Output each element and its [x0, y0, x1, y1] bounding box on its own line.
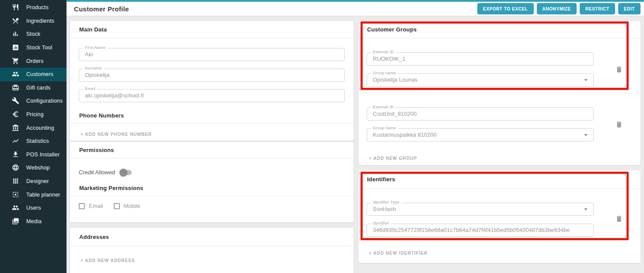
sidebar-item-pricing[interactable]: Pricing: [0, 108, 66, 121]
table-planner-icon: [12, 191, 20, 199]
add-address-button[interactable]: + ADD NEW ADDRESS: [70, 246, 354, 263]
sidebar-item-label: Customers: [26, 71, 53, 77]
bank-icon: [12, 124, 20, 132]
sidebar-item-label: Orders: [26, 58, 43, 64]
external-id-field[interactable]: External ID RUOKOIK_1: [367, 52, 594, 66]
sidebar-item-webshop[interactable]: Webshop: [0, 161, 66, 175]
customer-group-row: External ID CostUnit_810200 Group name K…: [359, 93, 640, 148]
shopping-cart-icon: [12, 57, 20, 65]
people-icon: [12, 204, 20, 212]
sidebar-item-gift-cards[interactable]: Gift cards: [0, 81, 66, 95]
page-title: Customer Profile: [74, 5, 129, 13]
sidebar-item-label: Pricing: [26, 111, 44, 117]
sidebar-item-pos-installer[interactable]: POS Installer: [0, 148, 66, 162]
grid-icon: [12, 177, 20, 185]
email-label: Email: [83, 86, 97, 91]
email-checkbox-label: Email: [89, 203, 103, 209]
delete-group-icon[interactable]: [615, 66, 623, 73]
identifier-type-select[interactable]: Identifier Type SsnHash: [367, 203, 594, 216]
add-identifier-button[interactable]: + ADD NEW IDENTIFIER: [359, 243, 640, 256]
sidebar-item-label: Accounting: [26, 125, 54, 131]
download-icon: [12, 151, 20, 159]
email-field[interactable]: Email aki.opiskelija@school.fi: [79, 89, 345, 102]
identifier-type-value: SsnHash: [367, 203, 593, 215]
sidebar-item-label: Users: [26, 205, 41, 211]
people-icon: [12, 70, 20, 78]
credit-allowed-row: Credit Allowed: [79, 169, 345, 176]
external-id-label: External ID: [371, 105, 396, 109]
customer-groups-card: Customer Groups External ID RUOKOIK_1 Gr…: [359, 21, 640, 165]
external-id-value: CostUnit_810200: [367, 108, 593, 120]
sidebar-item-label: Stock: [26, 31, 40, 37]
group-name-value: Opiskelija Lounas: [367, 74, 593, 86]
export-to-excel-button[interactable]: EXPORT TO EXCEL: [477, 3, 534, 14]
media-icon: [12, 218, 20, 225]
sidebar-item-statistics[interactable]: Statistics: [0, 135, 66, 148]
external-id-field[interactable]: External ID CostUnit_810200: [367, 107, 594, 121]
customer-profile-screen: ProductsIngredientsStockStock ToolOrders…: [0, 0, 644, 273]
mobile-checkbox[interactable]: [114, 203, 120, 209]
stock-tool-icon: [12, 44, 20, 52]
identifier-value: 346d930c2547729f158e66a01c7b64a74d7f4f41…: [367, 224, 593, 236]
first-name-field[interactable]: First Name Aki: [79, 48, 345, 61]
sidebar-item-label: Configurations: [26, 98, 63, 104]
sidebar-item-label: Designer: [26, 178, 49, 184]
first-name-label: First Name: [83, 45, 107, 50]
sidebar-item-stock[interactable]: Stock: [0, 28, 66, 41]
wrench-icon: [12, 97, 20, 105]
add-group-button[interactable]: + ADD NEW GROUP: [359, 148, 640, 161]
anonymize-button[interactable]: ANONYMIZE: [537, 3, 577, 14]
sidebar-item-media[interactable]: Media: [0, 215, 66, 228]
marketing-options-row: Email Mobile: [79, 203, 345, 209]
add-phone-number-button[interactable]: + ADD NEW PHONE NUMBER: [70, 123, 354, 137]
permissions-title: Permissions: [70, 142, 354, 159]
sidebar-item-orders[interactable]: Orders: [0, 54, 66, 68]
toggle-knob: [119, 169, 127, 176]
surname-label: Surname: [83, 66, 104, 70]
identifier-type-label: Identifier Type: [371, 200, 401, 204]
customer-group-row: External ID RUOKOIK_1 Group name Opiskel…: [359, 38, 640, 93]
sidebar-item-designer[interactable]: Designer: [0, 175, 66, 188]
dropdown-arrow-icon: [584, 208, 588, 211]
sidebar-item-label: Webshop: [26, 165, 50, 171]
dropdown-arrow-icon: [584, 79, 588, 81]
email-value: aki.opiskelija@school.fi: [79, 90, 344, 102]
sidebar-item-table-planner[interactable]: Table planner: [0, 188, 66, 201]
email-checkbox[interactable]: [79, 203, 85, 209]
identifier-field[interactable]: Identifier 346d930c2547729f158e66a01c7b6…: [367, 224, 594, 237]
edit-button[interactable]: EDIT: [618, 3, 640, 14]
gift-card-icon: [12, 84, 20, 92]
delete-group-icon[interactable]: [615, 121, 623, 128]
sidebar-item-customers[interactable]: Customers: [0, 68, 66, 81]
dropdown-arrow-icon: [584, 134, 588, 136]
sidebar-item-label: Gift cards: [26, 85, 51, 91]
surname-field[interactable]: Surname Opiskelija: [79, 69, 345, 82]
delete-identifier-icon[interactable]: [615, 215, 623, 223]
group-name-select[interactable]: Group name Opiskelija Lounas: [367, 73, 594, 86]
euro-icon: [12, 111, 20, 118]
marketing-permissions-title: Marketing Permissions: [70, 185, 354, 196]
sidebar-item-label: POS Installer: [26, 152, 60, 158]
group-name-value: Kustannuspaikka 810200: [367, 129, 593, 141]
sidebar-item-accounting[interactable]: Accounting: [0, 121, 66, 135]
addresses-title: Addresses: [70, 228, 354, 246]
globe-icon: [12, 164, 20, 172]
sidebar-item-label: Statistics: [26, 138, 49, 144]
credit-allowed-toggle[interactable]: [120, 170, 132, 175]
addresses-card: Addresses + ADD NEW ADDRESS: [70, 228, 354, 273]
sidebar-item-users[interactable]: Users: [0, 201, 66, 215]
sidebar-item-configurations[interactable]: Configurations: [0, 94, 66, 108]
identifier-label: Identifier: [371, 221, 391, 225]
phone-numbers-title: Phone Numbers: [70, 110, 354, 123]
external-id-label: External ID: [371, 50, 396, 54]
app-header: Customer Profile EXPORT TO EXCEL ANONYMI…: [66, 2, 644, 16]
group-name-select[interactable]: Group name Kustannuspaikka 810200: [367, 128, 594, 142]
restrict-button[interactable]: RESTRICT: [580, 3, 615, 14]
sidebar-item-label: Stock Tool: [26, 45, 52, 51]
sidebar-item-ingredients[interactable]: Ingredients: [0, 14, 66, 28]
sidebar-item-products[interactable]: Products: [0, 1, 66, 14]
sidebar-item-label: Products: [26, 4, 49, 10]
main-data-card: Main Data First Name Aki Surname Opiskel…: [70, 21, 354, 141]
external-id-value: RUOKOIK_1: [367, 53, 593, 65]
sidebar-item-stock-tool[interactable]: Stock Tool: [0, 41, 66, 55]
